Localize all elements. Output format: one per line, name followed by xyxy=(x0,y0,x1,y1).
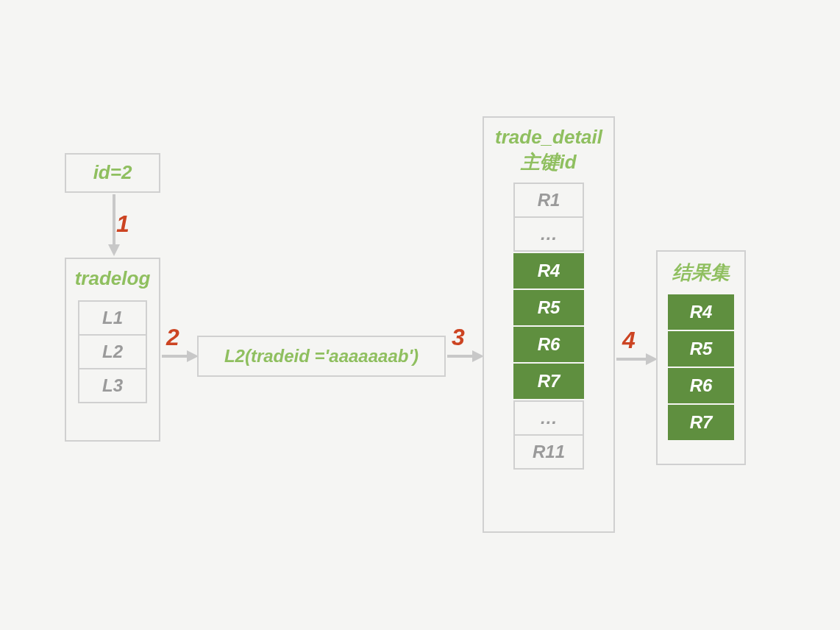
step-4-label: 4 xyxy=(622,327,636,354)
tradelog-row-l2: L2 xyxy=(78,334,147,369)
id-filter-box: id=2 xyxy=(65,153,160,193)
result-row-r7: R7 xyxy=(668,405,734,440)
trade-detail-row-r5: R5 xyxy=(513,290,584,325)
trade-detail-title-1: trade_detail xyxy=(487,125,611,150)
trade-detail-box: trade_detail 主键id R1 … R4 R5 R6 R7 … R11 xyxy=(483,116,615,533)
trade-detail-row-r11: R11 xyxy=(513,434,584,470)
lookup-label: L2(tradeid ='aaaaaaab') xyxy=(224,344,419,367)
result-row-r6: R6 xyxy=(668,368,734,403)
step-2-label: 2 xyxy=(166,324,179,351)
tradelog-title: tradelog xyxy=(66,259,159,294)
trade-detail-row-r7: R7 xyxy=(513,364,584,399)
result-box: 结果集 R4 R5 R6 R7 xyxy=(656,250,746,465)
arrow-2 xyxy=(160,349,200,364)
trade-detail-row-r6: R6 xyxy=(513,327,584,362)
trade-detail-title-2: 主键id xyxy=(487,150,611,175)
trade-detail-row-r4: R4 xyxy=(513,253,584,289)
tradelog-row-l3: L3 xyxy=(78,368,147,403)
svg-marker-1 xyxy=(108,244,120,256)
arrow-1 xyxy=(107,193,121,259)
result-title: 结果集 xyxy=(658,252,744,290)
tradelog-box: tradelog L1 L2 L3 xyxy=(65,258,160,442)
id-filter-label: id=2 xyxy=(93,160,132,185)
result-row-r4: R4 xyxy=(668,294,734,330)
arrow-3 xyxy=(446,349,485,364)
arrow-4 xyxy=(615,352,659,367)
result-row-r5: R5 xyxy=(668,331,734,367)
trade-detail-row-dots2: … xyxy=(513,400,584,436)
tradelog-rows: L1 L2 L3 xyxy=(78,300,147,403)
trade-detail-rows: R1 … R4 R5 R6 R7 … R11 xyxy=(513,183,584,470)
step-3-label: 3 xyxy=(452,324,465,351)
lookup-box: L2(tradeid ='aaaaaaab') xyxy=(197,336,446,377)
tradelog-row-l1: L1 xyxy=(78,300,147,336)
trade-detail-row-dots1: … xyxy=(513,216,584,252)
trade-detail-row-r1: R1 xyxy=(513,183,584,218)
result-rows: R4 R5 R6 R7 xyxy=(668,294,734,440)
